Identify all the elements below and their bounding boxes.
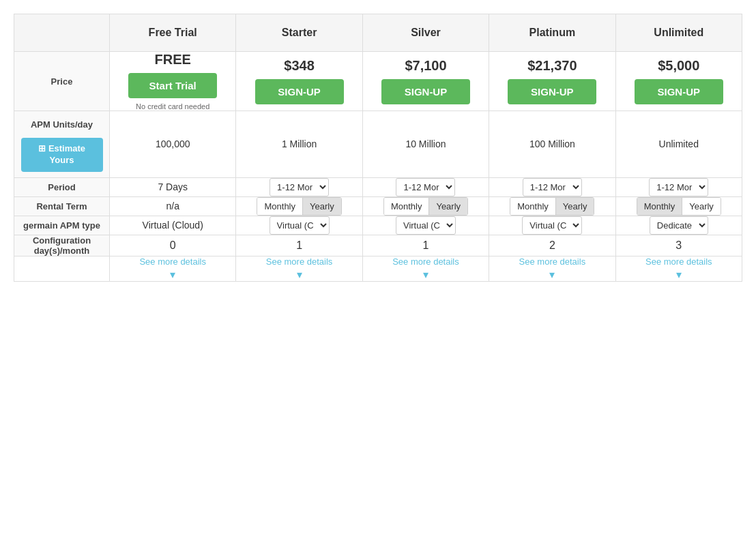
header-row: Free Trial Starter Silver Platinum Unlim…: [14, 14, 742, 52]
apm-label-cell: APM Units/day ⊞EstimateYours: [14, 111, 110, 178]
config-starter-cell: 1: [236, 235, 362, 256]
silver-monthly-btn[interactable]: Monthly: [384, 198, 430, 215]
unlimited-signup-button[interactable]: SIGN-UP: [635, 79, 723, 104]
period-silver-select[interactable]: 1-12 Mor: [396, 178, 455, 196]
apm-starter-value: 1 Million: [282, 138, 317, 149]
apm-type-starter-select[interactable]: Virtual (C: [270, 216, 330, 235]
starter-signup-button[interactable]: SIGN-UP: [255, 79, 344, 104]
apm-silver-value: 10 Million: [405, 138, 446, 149]
estimate-label: EstimateYours: [48, 143, 85, 165]
unlimited-amount: $5,000: [616, 58, 742, 74]
config-free-trial-cell: 0: [110, 235, 236, 256]
calculator-icon: ⊞: [38, 143, 46, 153]
details-starter-cell: See more details ▾: [236, 256, 362, 281]
apm-unlimited-value: Unlimited: [659, 138, 699, 149]
platinum-monthly-btn[interactable]: Monthly: [510, 198, 556, 215]
price-free-trial-cell: FREE Start Trial No credit card needed: [110, 52, 236, 111]
chevron-down-icon-free-trial: ▾: [110, 268, 235, 281]
apm-free-trial-value: 100,000: [156, 138, 190, 149]
period-row: Period 7 Days 1-12 Mor 1-12 Mor 1-12 Mor: [14, 177, 742, 196]
header-unlimited: Unlimited: [615, 14, 742, 52]
silver-amount: $7,100: [363, 58, 489, 74]
config-starter-value: 1: [296, 239, 302, 251]
config-row: Configuration day(s)/month 0 1 1 2 3: [14, 235, 742, 256]
details-unlimited-cell: See more details ▾: [615, 256, 742, 281]
apm-type-row: germain APM type Virtual (Cloud) Virtual…: [14, 216, 742, 235]
rental-term-unlimited-toggle: Monthly Yearly: [637, 197, 721, 216]
rental-term-platinum-toggle: Monthly Yearly: [510, 197, 594, 216]
unlimited-yearly-btn[interactable]: Yearly: [682, 198, 721, 215]
config-silver-value: 1: [423, 239, 429, 251]
header-starter: Starter: [236, 14, 362, 52]
header-platinum: Platinum: [489, 14, 615, 52]
details-free-trial-cell: See more details ▾: [110, 256, 236, 281]
config-free-trial-value: 0: [170, 239, 176, 251]
period-platinum-select[interactable]: 1-12 Mor: [523, 178, 582, 196]
free-trial-amount: FREE: [110, 52, 235, 68]
config-platinum-value: 2: [549, 239, 555, 251]
apm-type-platinum-cell: Virtual (C: [489, 216, 615, 235]
details-label-cell: [14, 256, 110, 281]
apm-silver-cell: 10 Million: [362, 111, 489, 178]
config-silver-cell: 1: [362, 235, 489, 256]
chevron-down-icon-unlimited: ▾: [616, 268, 742, 281]
period-label: Period: [14, 177, 110, 196]
chevron-down-icon-silver: ▾: [363, 268, 489, 281]
unlimited-monthly-btn[interactable]: Monthly: [637, 198, 683, 215]
period-starter-cell: 1-12 Mor: [236, 177, 362, 196]
apm-free-trial-cell: 100,000: [110, 111, 236, 178]
apm-row: APM Units/day ⊞EstimateYours 100,000 1 M…: [14, 111, 742, 178]
apm-type-unlimited-select[interactable]: Dedicate: [650, 216, 708, 235]
period-free-trial-cell: 7 Days: [110, 177, 236, 196]
apm-platinum-value: 100 Million: [529, 138, 575, 149]
starter-yearly-btn[interactable]: Yearly: [303, 198, 341, 215]
rental-term-platinum-cell: Monthly Yearly: [489, 196, 615, 216]
period-silver-cell: 1-12 Mor: [362, 177, 489, 196]
apm-type-silver-select[interactable]: Virtual (C: [396, 216, 456, 235]
rental-term-label: Rental Term: [14, 196, 110, 216]
apm-type-platinum-select[interactable]: Virtual (C: [522, 216, 582, 235]
header-silver: Silver: [362, 14, 489, 52]
period-starter-select[interactable]: 1-12 Mor: [270, 178, 329, 196]
silver-signup-button[interactable]: SIGN-UP: [381, 79, 470, 104]
chevron-down-icon-platinum: ▾: [489, 268, 615, 281]
start-trial-button[interactable]: Start Trial: [128, 73, 217, 98]
config-label: Configuration day(s)/month: [14, 235, 110, 256]
details-unlimited-link[interactable]: See more details: [616, 256, 742, 267]
rental-term-silver-cell: Monthly Yearly: [362, 196, 489, 216]
details-platinum-link[interactable]: See more details: [489, 256, 615, 267]
details-platinum-cell: See more details ▾: [489, 256, 615, 281]
period-free-trial-value: 7 Days: [158, 181, 188, 192]
rental-term-starter-cell: Monthly Yearly: [236, 196, 362, 216]
price-silver-cell: $7,100 SIGN-UP: [362, 52, 489, 111]
details-silver-cell: See more details ▾: [362, 256, 489, 281]
apm-type-free-trial-value: Virtual (Cloud): [143, 220, 203, 231]
silver-yearly-btn[interactable]: Yearly: [429, 198, 467, 215]
rental-term-unlimited-cell: Monthly Yearly: [615, 196, 742, 216]
apm-type-free-trial-cell: Virtual (Cloud): [110, 216, 236, 235]
apm-type-label: germain APM type: [14, 216, 110, 235]
starter-monthly-btn[interactable]: Monthly: [257, 198, 303, 215]
period-unlimited-select[interactable]: 1-12 Mor: [649, 178, 708, 196]
platinum-signup-button[interactable]: SIGN-UP: [508, 79, 596, 104]
starter-amount: $348: [236, 58, 362, 74]
rental-term-free-trial-cell: n/a: [110, 196, 236, 216]
rental-term-row: Rental Term n/a Monthly Yearly Monthly Y…: [14, 196, 742, 216]
details-free-trial-link[interactable]: See more details: [110, 256, 235, 267]
config-unlimited-value: 3: [675, 239, 682, 251]
price-platinum-cell: $21,370 SIGN-UP: [489, 52, 615, 111]
apm-starter-cell: 1 Million: [236, 111, 362, 178]
period-platinum-cell: 1-12 Mor: [489, 177, 615, 196]
apm-unlimited-cell: Unlimited: [615, 111, 742, 178]
price-label: Price: [14, 52, 110, 111]
estimate-button[interactable]: ⊞EstimateYours: [21, 138, 103, 172]
config-platinum-cell: 2: [489, 235, 615, 256]
price-starter-cell: $348 SIGN-UP: [236, 52, 362, 111]
header-empty: [14, 14, 110, 52]
apm-type-silver-cell: Virtual (C: [362, 216, 489, 235]
platinum-yearly-btn[interactable]: Yearly: [556, 198, 594, 215]
apm-type-starter-cell: Virtual (C: [236, 216, 362, 235]
details-silver-link[interactable]: See more details: [363, 256, 489, 267]
platinum-amount: $21,370: [489, 58, 615, 74]
details-starter-link[interactable]: See more details: [236, 256, 362, 267]
